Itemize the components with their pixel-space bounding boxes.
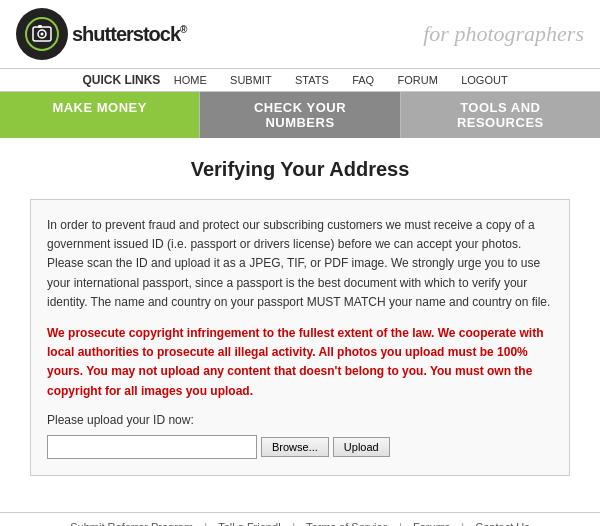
tab-check-numbers[interactable]: CHECK YOUR NUMBERS — [200, 92, 400, 138]
browse-button[interactable]: Browse... — [261, 437, 329, 457]
nav-quick-links: QUICK LINKS — [82, 73, 160, 87]
svg-point-4 — [41, 33, 44, 36]
footer-link-forums[interactable]: Forums — [413, 521, 450, 526]
tab-tools-resources[interactable]: TOOLS AND RESOURCES — [401, 92, 600, 138]
info-text: In order to prevent fraud and protect ou… — [47, 216, 553, 312]
tab-make-money[interactable]: MAKE MONEY — [0, 92, 200, 138]
header: shutterstock® for photographers — [0, 0, 600, 69]
warning-text: We prosecute copyright infringement to t… — [47, 324, 553, 401]
nav-logout[interactable]: LOGOUT — [461, 74, 507, 86]
logo-text: shutterstock® — [72, 23, 186, 46]
main-content: Verifying Your Address In order to preve… — [0, 138, 600, 512]
upload-button[interactable]: Upload — [333, 437, 390, 457]
nav-home[interactable]: HOME — [174, 74, 207, 86]
footer-link-tos[interactable]: Terms of Service — [306, 521, 388, 526]
nav-forum[interactable]: FORUM — [398, 74, 438, 86]
nav-stats[interactable]: STATS — [295, 74, 329, 86]
svg-rect-3 — [38, 25, 42, 28]
page-title: Verifying Your Address — [30, 158, 570, 181]
tagline: for photographers — [423, 21, 584, 47]
footer-link-referrer[interactable]: Submit Referrer Program — [70, 521, 193, 526]
footer-links: Submit Referrer Program | Tell a Friend!… — [0, 512, 600, 526]
footer-link-friend[interactable]: Tell a Friend! — [218, 521, 281, 526]
logo-area: shutterstock® — [16, 8, 186, 60]
nav-submit[interactable]: SUBMIT — [230, 74, 272, 86]
footer-link-contact[interactable]: Contact Us — [475, 521, 529, 526]
nav-bar: QUICK LINKS HOME SUBMIT STATS FAQ FORUM … — [0, 69, 600, 92]
upload-label: Please upload your ID now: — [47, 413, 553, 427]
info-box: In order to prevent fraud and protect ou… — [30, 199, 570, 476]
tab-bar: MAKE MONEY CHECK YOUR NUMBERS TOOLS AND … — [0, 92, 600, 138]
upload-area: Browse... Upload — [47, 435, 553, 459]
nav-faq[interactable]: FAQ — [352, 74, 374, 86]
file-input[interactable] — [47, 435, 257, 459]
logo-icon — [16, 8, 68, 60]
